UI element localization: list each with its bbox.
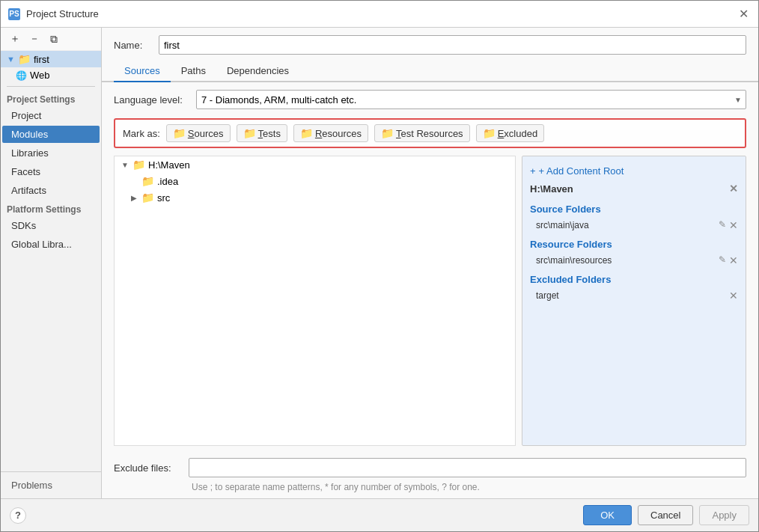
resource-path-label: src\main\resources <box>536 255 612 266</box>
tab-paths[interactable]: Paths <box>171 61 216 82</box>
cancel-button[interactable]: Cancel <box>638 505 693 525</box>
plus-icon: + <box>530 165 536 177</box>
excluded-folder-icon: 📁 <box>483 127 496 139</box>
excluded-path-row: target ✕ <box>530 288 738 303</box>
src-folder-icon: 📁 <box>141 192 154 204</box>
root-folder-label: H:\Maven <box>148 159 190 171</box>
mark-test-resources-label: Test Resources <box>396 128 463 139</box>
idea-folder-label: .idea <box>157 176 178 187</box>
module-first-item[interactable]: ▼ 📁 first <box>1 51 101 67</box>
source-path-actions: ✎ ✕ <box>719 219 738 231</box>
mark-resources-label: Resources <box>315 128 362 139</box>
remove-source-button[interactable]: ✕ <box>729 219 738 231</box>
expand-maven-icon[interactable]: ▼ <box>121 160 129 169</box>
mark-excluded-button[interactable]: 📁 Excluded <box>476 124 544 142</box>
apply-button[interactable]: Apply <box>699 505 749 525</box>
sidebar-item-artifacts[interactable]: Artifacts <box>2 182 100 199</box>
src-folder-item[interactable]: ▶ 📁 src <box>115 189 515 206</box>
source-folders-title: Source Folders <box>530 198 738 218</box>
module-first-label: first <box>34 54 49 65</box>
sidebar-item-sdks[interactable]: SDKs <box>2 217 100 234</box>
footer: ? OK Cancel Apply <box>1 498 758 531</box>
remove-excluded-button[interactable]: ✕ <box>729 290 738 302</box>
problems-section: Problems <box>1 471 101 498</box>
tab-sources[interactable]: Sources <box>114 61 171 82</box>
mark-sources-button[interactable]: 📁 Sources <box>166 124 231 142</box>
content-area: ▼ 📁 H:\Maven ▶ 📁 .idea ▶ 📁 src <box>114 156 746 446</box>
title-bar-left: PS Project Structure <box>8 8 99 20</box>
exclude-files-input[interactable] <box>189 458 746 477</box>
mark-sources-label: Sources <box>188 128 224 139</box>
panel-content: Language level: 7 - Diamonds, ARM, multi… <box>102 82 758 453</box>
resource-folders-title: Resource Folders <box>530 233 738 253</box>
remove-button[interactable]: － <box>26 31 43 47</box>
copy-button[interactable]: ⧉ <box>46 31 62 47</box>
sidebar-item-modules[interactable]: Modules <box>2 126 100 143</box>
file-tree: ▼ 📁 H:\Maven ▶ 📁 .idea ▶ 📁 src <box>114 156 516 446</box>
right-panel: Name: Sources Paths Dependencies Languag… <box>102 28 758 498</box>
module-web-item[interactable]: 🌐 Web <box>1 67 101 83</box>
edit-source-icon[interactable]: ✎ <box>719 219 726 231</box>
source-path-label: src\main\java <box>536 220 589 230</box>
sidebar-item-global-libs[interactable]: Global Libra... <box>2 236 100 253</box>
mark-excluded-label: Excluded <box>498 128 537 139</box>
mark-as-row: Mark as: 📁 Sources 📁 Tests 📁 Resources <box>114 118 746 148</box>
left-toolbar: ＋ － ⧉ <box>1 28 101 51</box>
lang-level-select[interactable]: 7 - Diamonds, ARM, multi-catch etc. <box>196 90 746 109</box>
info-panel: + + Add Content Root H:\Maven ✕ Source F… <box>522 156 746 446</box>
maven-folder-icon: 📁 <box>132 159 145 171</box>
tab-dependencies[interactable]: Dependencies <box>216 61 299 82</box>
lang-select-wrapper: 7 - Diamonds, ARM, multi-catch etc. ▼ <box>196 90 746 109</box>
resources-folder-icon: 📁 <box>300 127 313 139</box>
resource-path-row: src\main\resources ✎ ✕ <box>530 253 738 268</box>
mark-tests-label: Tests <box>258 128 281 139</box>
resource-path-actions: ✎ ✕ <box>719 254 738 266</box>
name-label: Name: <box>114 40 151 51</box>
platform-settings-header: Platform Settings <box>1 200 101 216</box>
tests-folder-icon: 📁 <box>243 127 256 139</box>
tabs-row: Sources Paths Dependencies <box>102 61 758 82</box>
mark-resources-button[interactable]: 📁 Resources <box>293 124 368 142</box>
remove-root-button[interactable]: ✕ <box>729 183 738 195</box>
add-content-root-button[interactable]: + + Add Content Root <box>530 162 738 180</box>
lang-level-label: Language level: <box>114 94 189 106</box>
mark-tests-button[interactable]: 📁 Tests <box>237 124 287 142</box>
excluded-path-actions: ✕ <box>729 290 738 302</box>
app-icon: PS <box>8 8 20 20</box>
remove-resource-button[interactable]: ✕ <box>729 254 738 266</box>
test-resources-folder-icon: 📁 <box>381 127 394 139</box>
expand-src-icon[interactable]: ▶ <box>129 193 138 202</box>
project-settings-header: Project Settings <box>1 90 101 106</box>
help-button[interactable]: ? <box>10 507 26 524</box>
name-input[interactable] <box>159 35 746 55</box>
exclude-files-row: Exclude files: <box>102 453 758 480</box>
close-button[interactable]: ✕ <box>736 7 751 22</box>
name-row: Name: <box>102 28 758 61</box>
sidebar-item-facets[interactable]: Facets <box>2 163 100 180</box>
root-folder-item[interactable]: ▼ 📁 H:\Maven <box>115 156 515 173</box>
idea-folder-item[interactable]: ▶ 📁 .idea <box>115 173 515 189</box>
left-panel: ＋ － ⧉ ▼ 📁 first 🌐 Web Project Settings P… <box>1 28 102 498</box>
sidebar-item-libraries[interactable]: Libraries <box>2 144 100 162</box>
problems-button[interactable]: Problems <box>7 477 95 494</box>
main-content: ＋ － ⧉ ▼ 📁 first 🌐 Web Project Settings P… <box>1 28 758 498</box>
idea-folder-icon: 📁 <box>141 175 154 187</box>
nav-divider <box>7 86 95 87</box>
add-content-root-label: + Add Content Root <box>539 165 624 177</box>
sources-folder-icon: 📁 <box>173 127 186 139</box>
title-bar: PS Project Structure ✕ <box>1 1 758 28</box>
excluded-folders-title: Excluded Folders <box>530 268 738 288</box>
exclude-hint: Use ; to separate name patterns, * for a… <box>102 480 758 498</box>
edit-resource-icon[interactable]: ✎ <box>719 254 726 266</box>
add-button[interactable]: ＋ <box>7 31 23 47</box>
info-root-row: H:\Maven ✕ <box>530 180 738 198</box>
lang-level-row: Language level: 7 - Diamonds, ARM, multi… <box>114 90 746 109</box>
src-folder-label: src <box>157 192 170 204</box>
ok-button[interactable]: OK <box>583 505 632 525</box>
sidebar-item-project[interactable]: Project <box>2 107 100 124</box>
expand-idea-icon: ▶ <box>129 177 138 186</box>
source-path-row: src\main\java ✎ ✕ <box>530 218 738 233</box>
mark-test-resources-button[interactable]: 📁 Test Resources <box>374 124 470 142</box>
dialog-title: Project Structure <box>26 8 99 19</box>
info-root-label: H:\Maven <box>530 183 573 195</box>
